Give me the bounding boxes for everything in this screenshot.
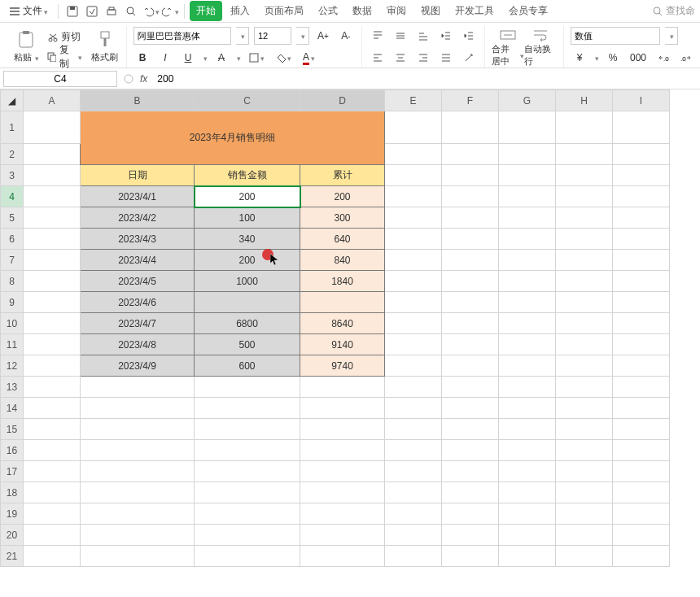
format-painter-button[interactable]: 格式刷 — [90, 30, 120, 63]
border-button[interactable] — [246, 49, 268, 67]
merge-wrap-group: 合并居中 自动换行 — [485, 26, 564, 68]
rowhead-3[interactable]: 3 — [1, 165, 24, 186]
cell-D4[interactable]: 200 — [300, 186, 385, 207]
italic-button[interactable]: I — [156, 49, 174, 67]
col-A[interactable]: A — [24, 90, 81, 111]
increase-font-button[interactable]: A+ — [314, 27, 332, 45]
font-size-select[interactable] — [254, 27, 291, 45]
tab-formula[interactable]: 公式 — [312, 1, 344, 21]
header-amount[interactable]: 销售金额 — [195, 165, 300, 186]
increase-decimal-button[interactable]: .0 — [677, 49, 695, 67]
grid[interactable]: ◢ A B C D E F G H I 1 2023年4月销售明细 2 3 日期… — [0, 89, 670, 567]
header-date[interactable]: 日期 — [81, 165, 195, 186]
header-cum[interactable]: 累计 — [300, 165, 385, 186]
bold-button[interactable]: B — [133, 49, 151, 67]
number-group: ¥ % 000 .0 .0 — [564, 26, 700, 68]
cell-B4[interactable]: 2023/4/1 — [81, 186, 195, 207]
row-1: 1 2023年4月销售明细 — [1, 111, 670, 144]
indent-increase-button[interactable] — [460, 27, 478, 45]
decrease-font-button[interactable]: A- — [337, 27, 355, 45]
fx-cancel-icon[interactable] — [124, 74, 133, 84]
merge-center-button[interactable]: 合并居中 — [492, 26, 524, 68]
col-F[interactable]: F — [442, 90, 499, 111]
strikethrough-button[interactable]: A — [212, 49, 230, 67]
number-format-select[interactable] — [571, 27, 660, 45]
tab-page-layout[interactable]: 页面布局 — [258, 1, 310, 21]
col-E[interactable]: E — [385, 90, 442, 111]
file-label: 文件 — [23, 4, 42, 18]
menubar: 文件 开始 插入 页面布局 公式 数据 审阅 视图 开发工具 会员专享 查找命 — [0, 0, 700, 23]
svg-point-5 — [127, 7, 133, 14]
tab-review[interactable]: 审阅 — [380, 1, 413, 21]
title-cell[interactable]: 2023年4月销售明细 — [81, 111, 385, 165]
align-top-button[interactable] — [369, 27, 387, 45]
name-box[interactable] — [3, 71, 117, 87]
row-16: 16 — [1, 440, 670, 461]
rowhead-2[interactable]: 2 — [1, 144, 24, 165]
col-G[interactable]: G — [499, 90, 556, 111]
tab-member[interactable]: 会员专享 — [502, 1, 554, 21]
align-left-button[interactable] — [369, 49, 387, 67]
print-preview-icon[interactable] — [122, 2, 140, 20]
indent-decrease-button[interactable] — [437, 27, 455, 45]
save-icon[interactable] — [63, 2, 81, 20]
menu-icon — [10, 7, 20, 15]
svg-rect-4 — [109, 7, 114, 10]
tab-data[interactable]: 数据 — [346, 1, 378, 21]
align-bottom-button[interactable] — [414, 27, 432, 45]
redo-icon[interactable] — [161, 2, 179, 20]
col-B[interactable]: B — [81, 90, 195, 111]
copy-button[interactable]: 复制 — [44, 48, 85, 66]
align-center-button[interactable] — [392, 49, 409, 67]
font-name-select[interactable] — [133, 27, 231, 45]
col-H[interactable]: H — [556, 90, 613, 111]
tab-dev-tools[interactable]: 开发工具 — [448, 1, 501, 21]
select-all-corner[interactable]: ◢ — [1, 90, 24, 111]
column-headers: ◢ A B C D E F G H I — [1, 90, 670, 111]
orientation-button[interactable] — [460, 49, 478, 67]
tab-insert[interactable]: 插入 — [224, 1, 256, 21]
align-middle-button[interactable] — [392, 27, 409, 45]
number-format-dropdown[interactable] — [665, 27, 678, 45]
svg-rect-3 — [107, 10, 116, 15]
row-21: 21 — [1, 546, 670, 567]
rowhead-4[interactable]: 4 — [1, 186, 24, 207]
clipboard-group: 粘贴 剪切 复制 格式刷 — [5, 26, 127, 68]
row-19: 19 — [1, 503, 670, 525]
undo-icon[interactable] — [142, 2, 160, 20]
align-right-button[interactable] — [414, 49, 432, 67]
col-I[interactable]: I — [613, 90, 670, 111]
fill-color-button[interactable] — [273, 49, 295, 67]
col-C[interactable]: C — [195, 90, 300, 111]
col-D[interactable]: D — [300, 90, 385, 111]
rowhead-1[interactable]: 1 — [1, 111, 24, 144]
search-placeholder: 查找命 — [666, 4, 695, 18]
percent-button[interactable]: % — [604, 49, 622, 67]
row-3: 3 日期 销售金额 累计 — [1, 165, 670, 186]
underline-button[interactable]: U — [179, 49, 197, 67]
decrease-decimal-button[interactable]: .0 — [654, 49, 672, 67]
font-size-dropdown[interactable] — [296, 27, 309, 45]
cell-A1[interactable] — [24, 111, 81, 144]
align-group — [362, 26, 485, 68]
row-13: 13 — [1, 377, 670, 398]
cell-C4-active[interactable]: 200 — [195, 186, 300, 207]
search-box[interactable]: 查找命 — [653, 4, 695, 18]
currency-button[interactable]: ¥ — [571, 49, 588, 67]
tab-start[interactable]: 开始 — [190, 1, 222, 21]
row-10: 10 2023/4/7 6800 8640 — [1, 313, 670, 334]
fx-label[interactable]: fx — [140, 73, 147, 85]
scissors-icon — [48, 33, 58, 42]
file-menu[interactable]: 文件 — [5, 2, 53, 20]
comma-button[interactable]: 000 — [627, 49, 650, 67]
formula-input[interactable] — [154, 73, 697, 85]
save-as-icon[interactable] — [83, 2, 101, 20]
paste-button[interactable]: 粘贴 — [11, 30, 41, 63]
justify-button[interactable] — [437, 49, 455, 67]
font-name-dropdown[interactable] — [236, 27, 249, 45]
wrap-text-button[interactable]: 自动换行 — [524, 26, 557, 68]
font-color-button[interactable]: A — [300, 49, 318, 67]
print-icon[interactable] — [103, 2, 120, 20]
tab-view[interactable]: 视图 — [414, 1, 447, 21]
row-5: 5 2023/4/2 100 300 — [1, 207, 670, 229]
